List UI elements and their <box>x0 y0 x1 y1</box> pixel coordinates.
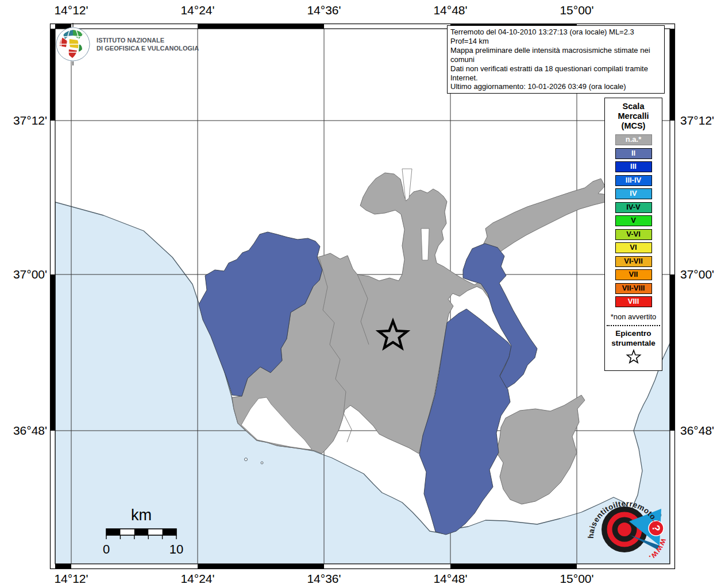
islet <box>245 458 248 461</box>
legend-title: Scala Mercalli (MCS) <box>605 102 662 131</box>
legend-swatch-v: V <box>615 215 652 226</box>
axis-label-top-0: 14°12' <box>54 3 88 17</box>
axis-label-top-3: 14°48' <box>433 3 467 17</box>
haisentito-watermark: ? haisentitoilterremoto.it www. <box>585 485 677 577</box>
axis-label-bottom-0: 14°12' <box>54 572 88 586</box>
axis-label-top-4: 15°00' <box>560 3 593 17</box>
scale-bar-start: 0 <box>103 542 110 557</box>
info-line-map: Mappa preliminare delle intensità macros… <box>450 46 661 64</box>
axis-label-right-1: 37°00' <box>680 268 714 281</box>
legend-swatch-vi-vii: VI-VII <box>615 256 652 267</box>
legend-rows: n.a.*IIIIIIII-IVIVIV-VVV-VIVIVI-VIIVIIVI… <box>605 134 662 307</box>
axis-label-right-0: 37°12' <box>680 114 714 127</box>
legend-title-line3: (MCS) <box>605 121 662 131</box>
legend-footnote: *non avvertito <box>605 312 662 321</box>
legend-epicenter-line2: strumentale <box>605 339 662 349</box>
ingv-globe-icon <box>55 23 91 65</box>
legend-epicenter-line1: Epicentro <box>605 329 662 339</box>
legend-swatch-iii: III <box>615 161 652 172</box>
axis-label-top-1: 14°24' <box>180 3 214 17</box>
info-line-data: Dati non verificati estratti da 18 quest… <box>450 64 661 83</box>
ingv-name-line1: ISTITUTO NAZIONALE <box>97 36 199 44</box>
axis-label-right-2: 36°48' <box>680 424 714 438</box>
legend-star-icon <box>626 349 642 365</box>
legend-swatch-viii: VIII <box>615 296 652 307</box>
map-interior <box>55 29 670 564</box>
info-line-event: Terremoto del 04-10-2010 13:27:13 (ora l… <box>450 28 661 46</box>
legend-epicenter-label: Epicentro strumentale <box>605 329 662 348</box>
legend-title-line1: Scala <box>605 102 662 111</box>
land-notch <box>421 229 429 260</box>
scale-bar-graphic <box>102 527 183 541</box>
legend-swatch-vii: VII <box>615 269 652 280</box>
info-line-update: Ultimo aggiornamento: 10-01-2026 03:49 (… <box>450 82 661 91</box>
ingv-name: ISTITUTO NAZIONALE DI GEOFISICA E VULCAN… <box>97 36 199 52</box>
islet <box>261 462 263 464</box>
macroseismic-map-figure: 14°12'14°24'14°36'14°48'15°00'14°12'14°2… <box>0 0 721 588</box>
ingv-logo: ISTITUTO NAZIONALE DI GEOFISICA E VULCAN… <box>55 23 205 65</box>
earthquake-info-box: Terremoto del 04-10-2010 13:27:13 (ora l… <box>447 25 665 94</box>
legend-swatch-iii-iv: III-IV <box>615 175 652 186</box>
scale-bar-unit: km <box>106 506 176 524</box>
legend-swatch-vi: VI <box>615 242 652 253</box>
legend-swatch-iv-v: IV-V <box>615 202 652 213</box>
axis-label-top-2: 14°36' <box>307 3 341 17</box>
axis-label-bottom-3: 14°48' <box>433 572 467 586</box>
legend-swatch-iv: IV <box>615 188 652 199</box>
mercalli-legend: Scala Mercalli (MCS) n.a.*IIIIIIII-IVIVI… <box>604 98 662 371</box>
ingv-name-line2: DI GEOFISICA E VULCANOLOGIA <box>97 44 199 52</box>
legend-swatch-vii-viii: VII-VIII <box>615 283 652 294</box>
axis-label-left-1: 37°00' <box>13 268 47 281</box>
axis-label-left-2: 36°48' <box>13 424 47 438</box>
legend-swatch-n-a-: n.a.* <box>615 134 652 145</box>
axis-label-bottom-1: 14°24' <box>180 572 214 586</box>
legend-swatch-ii: II <box>615 148 652 159</box>
axis-label-left-0: 37°12' <box>13 114 47 127</box>
legend-title-line2: Mercalli <box>605 111 662 121</box>
axis-label-bottom-2: 14°36' <box>307 572 341 586</box>
legend-separator <box>607 325 660 326</box>
bullseye-center <box>618 523 631 536</box>
scale-bar-end: 10 <box>169 542 183 557</box>
legend-swatch-v-vi: V-VI <box>615 229 652 240</box>
